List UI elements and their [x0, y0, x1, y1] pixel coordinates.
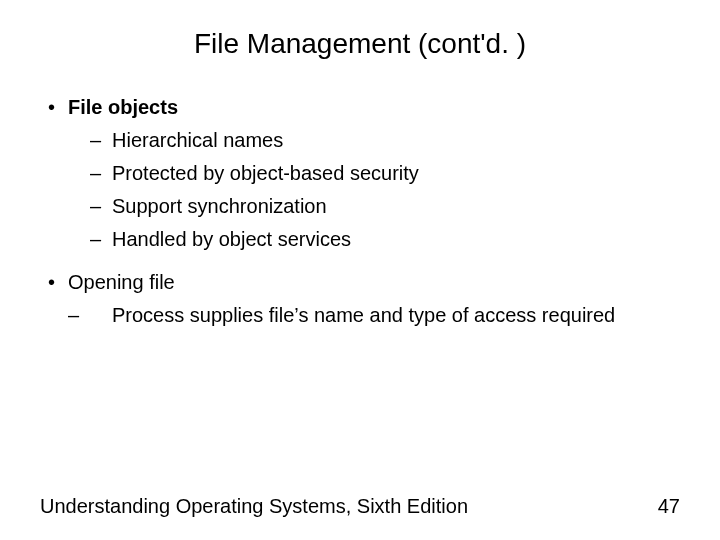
- footer-source: Understanding Operating Systems, Sixth E…: [40, 495, 468, 518]
- bullet-icon: •: [48, 94, 68, 121]
- bullet-opening-file: •Opening file: [48, 269, 680, 296]
- sub-text: Protected by object-based security: [112, 162, 419, 184]
- bullet-label: File objects: [68, 96, 178, 118]
- sub-text: Process supplies file’s name and type of…: [112, 304, 615, 326]
- sub-item: –Process supplies file’s name and type o…: [40, 302, 680, 329]
- sub-item: –Protected by object-based security: [90, 160, 680, 187]
- slide-footer: Understanding Operating Systems, Sixth E…: [40, 495, 680, 518]
- sub-item: –Hierarchical names: [90, 127, 680, 154]
- sub-item: –Handled by object services: [90, 226, 680, 253]
- bullet-icon: •: [48, 269, 68, 296]
- dash-icon: –: [90, 226, 112, 253]
- sub-text: Handled by object services: [112, 228, 351, 250]
- dash-icon: –: [90, 127, 112, 154]
- sub-text: Support synchronization: [112, 195, 327, 217]
- bullet-file-objects: •File objects: [48, 94, 680, 121]
- sub-item: –Support synchronization: [90, 193, 680, 220]
- bullet-label: Opening file: [68, 271, 175, 293]
- slide-title: File Management (cont'd. ): [40, 28, 680, 60]
- dash-icon: –: [90, 302, 112, 329]
- slide: File Management (cont'd. ) •File objects…: [0, 0, 720, 540]
- dash-icon: –: [90, 160, 112, 187]
- slide-content: •File objects –Hierarchical names –Prote…: [40, 94, 680, 329]
- page-number: 47: [658, 495, 680, 518]
- dash-icon: –: [90, 193, 112, 220]
- sub-text: Hierarchical names: [112, 129, 283, 151]
